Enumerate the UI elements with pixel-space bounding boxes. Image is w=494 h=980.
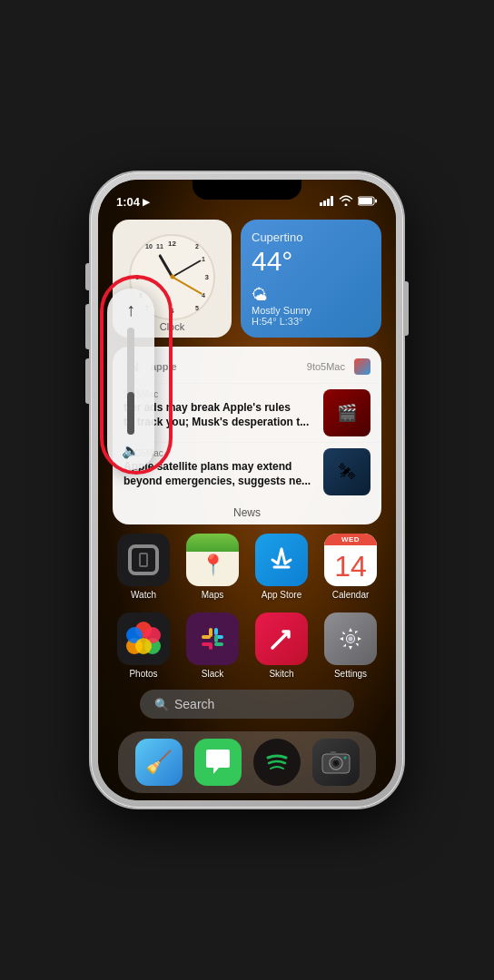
search-placeholder: Search — [174, 697, 214, 711]
settings-icon-svg — [334, 622, 367, 655]
clock-num-11: 11 — [156, 243, 163, 250]
dock-clean-icon: 🧹 — [135, 739, 183, 786]
slack-app-icon — [186, 612, 239, 665]
news-label: News — [233, 506, 261, 519]
svg-rect-20 — [214, 635, 218, 642]
phone-inner: ↑ 🔈 1:04 ▶ — [98, 180, 396, 800]
watch-icon-ring — [128, 544, 159, 575]
weather-description: Mostly Sunny — [252, 305, 370, 316]
svg-point-30 — [343, 757, 346, 760]
photos-app-label: Photos — [129, 669, 157, 679]
dock-spotify-icon — [253, 739, 301, 786]
volume-up-button[interactable] — [85, 304, 89, 349]
svg-rect-16 — [209, 642, 212, 650]
svg-point-28 — [334, 761, 338, 765]
settings-app[interactable]: Settings — [320, 612, 381, 679]
messages-icon-svg — [204, 750, 232, 775]
weather-icon-row: 🌤 — [252, 286, 370, 305]
news-item-1-thumb: 🎬 — [323, 389, 370, 436]
svg-rect-19 — [214, 642, 223, 646]
watch-crown — [139, 553, 148, 567]
skitch-app-icon — [255, 612, 308, 665]
location-icon: ▶ — [143, 197, 150, 207]
svg-point-23 — [349, 637, 353, 642]
photos-app-icon — [117, 612, 170, 665]
svg-rect-14 — [209, 628, 212, 637]
watch-app[interactable]: Watch — [113, 534, 174, 600]
battery-icon — [358, 195, 378, 209]
app-grid: Watch 📍 Maps — [113, 534, 381, 679]
volume-bar-fill — [127, 392, 134, 435]
appstore-icon-svg — [267, 545, 296, 574]
dock-camera-app[interactable] — [312, 739, 360, 786]
calendar-app-label: Calendar — [332, 590, 370, 600]
slack-app-label: Slack — [202, 669, 223, 679]
skitch-app-label: Skitch — [269, 669, 293, 679]
clock-num-9: 9 — [135, 273, 139, 281]
weather-sun-icon: 🌤 — [252, 286, 268, 305]
dock-spotify-app[interactable] — [253, 739, 301, 786]
volume-down-button[interactable] — [85, 358, 89, 404]
photos-app[interactable]: Photos — [113, 612, 174, 679]
search-icon: 🔍 — [154, 698, 169, 711]
appstore-app[interactable]: App Store — [251, 534, 312, 600]
clock-num-2: 2 — [195, 243, 199, 250]
clock-num-12: 12 — [168, 240, 176, 248]
time-display: 1:04 — [116, 195, 140, 209]
search-bar[interactable]: 🔍 Search — [140, 690, 354, 719]
minute-hand — [172, 260, 201, 278]
slack-app[interactable]: Slack — [182, 612, 243, 679]
svg-rect-29 — [331, 751, 336, 754]
calendar-app[interactable]: WED 14 Calendar — [320, 534, 381, 600]
phone-frame: ↑ 🔈 1:04 ▶ — [91, 172, 403, 808]
clock-num-1: 1 — [202, 256, 205, 262]
news-item-2-thumb: 🛰 — [323, 448, 370, 495]
dock: 🧹 — [118, 731, 376, 793]
clock-num-6: 6 — [170, 307, 173, 315]
svg-rect-0 — [320, 202, 322, 206]
photos-icon-svg — [125, 621, 162, 657]
clock-num-5: 5 — [195, 305, 199, 311]
second-hand — [172, 276, 203, 294]
maps-app-label: Maps — [202, 590, 223, 600]
notch — [193, 180, 301, 200]
news-thumb-2-img: 🛰 — [323, 448, 370, 495]
wifi-icon — [339, 195, 353, 209]
weather-widget[interactable]: Cupertino 44° 🌤 Mostly Sunny H:54° L:33° — [241, 220, 381, 338]
calendar-day: WED — [324, 534, 377, 545]
news-logo-badge — [354, 358, 370, 375]
mute-button[interactable] — [85, 263, 89, 290]
news-footer: News — [113, 501, 381, 524]
appstore-app-label: App Store — [262, 590, 301, 600]
camera-icon-svg — [321, 750, 351, 775]
clock-num-10: 10 — [145, 243, 153, 250]
dock-messages-app[interactable] — [194, 739, 242, 786]
skitch-app[interactable]: Skitch — [251, 612, 312, 679]
weather-city: Cupertino — [252, 230, 370, 244]
clock-center — [170, 275, 174, 279]
clean-icon-emoji: 🧹 — [145, 750, 173, 775]
settings-app-icon — [324, 612, 377, 665]
svg-rect-18 — [214, 628, 218, 635]
calendar-app-icon: WED 14 — [324, 534, 377, 586]
status-time: 1:04 ▶ — [116, 195, 150, 209]
signal-icon — [320, 195, 334, 209]
volume-bar — [127, 328, 134, 435]
clock-num-3: 3 — [205, 273, 209, 281]
news-apple-label: apple — [151, 361, 177, 372]
svg-rect-3 — [331, 196, 333, 206]
news-thumb-1-img: 🎬 — [323, 389, 370, 436]
dock-camera-icon — [312, 739, 360, 786]
power-button[interactable] — [405, 281, 409, 336]
svg-rect-2 — [327, 199, 330, 206]
weather-high-low: H:54° L:33° — [252, 316, 370, 327]
maps-app[interactable]: 📍 Maps — [182, 534, 243, 600]
screen: ↑ 🔈 1:04 ▶ — [98, 180, 396, 800]
settings-app-label: Settings — [334, 669, 367, 679]
volume-up-arrow-icon: ↑ — [126, 299, 135, 320]
svg-rect-5 — [359, 198, 372, 204]
news-item-2-title: Apple satellite plans may extendbeyond e… — [124, 460, 316, 488]
news-source-label: 9to5Mac — [307, 361, 345, 372]
dock-clean-app[interactable]: 🧹 — [135, 739, 183, 786]
svg-rect-6 — [375, 200, 377, 203]
